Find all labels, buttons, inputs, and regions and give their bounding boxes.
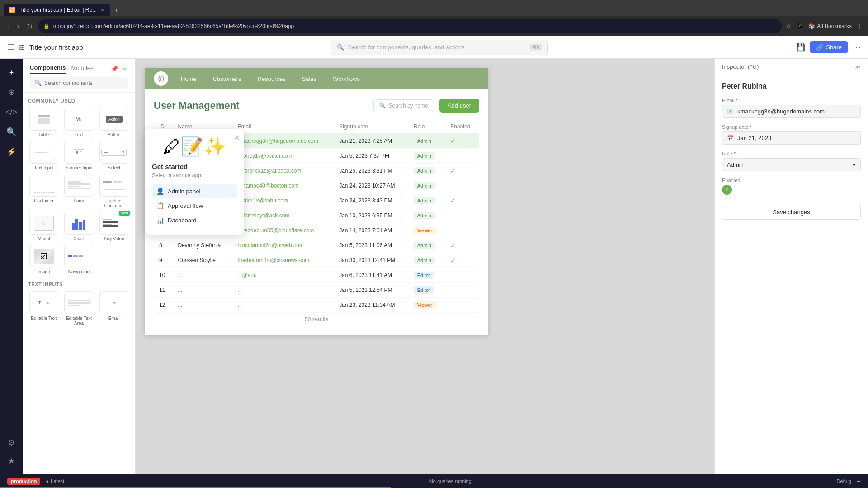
share-icon: 🔗 xyxy=(816,44,823,51)
popup-option-dashboard[interactable]: 📊 Dashboard xyxy=(152,213,237,227)
table-row[interactable]: 12 ... ... Jan 23, 2023 11:34 AM Viewer xyxy=(154,298,479,313)
forward-button[interactable]: › xyxy=(15,20,21,32)
component-item-email[interactable]: ✉ Email xyxy=(98,291,130,326)
component-item-key-value[interactable]: New Key Value xyxy=(98,212,130,241)
table-footer: 50 results xyxy=(154,313,479,326)
email-field-icon: 📧 xyxy=(727,108,734,115)
component-item-navigation[interactable]: Navigation xyxy=(63,245,95,274)
sidebar-icon-add[interactable]: ⊕ xyxy=(2,83,20,101)
cell-email: mflarnsleyt@ask.com xyxy=(232,208,334,223)
cell-enabled xyxy=(445,178,479,193)
history-icon[interactable]: ↩ xyxy=(857,479,861,484)
inspector-enabled-label: Enabled xyxy=(722,178,861,183)
cell-enabled xyxy=(445,208,479,223)
inspector-role-select[interactable]: Admin ▾ xyxy=(722,158,861,171)
bookmark-icon[interactable]: ☆ xyxy=(786,23,792,30)
sidebar-icon-star[interactable]: ★ xyxy=(2,452,20,470)
active-tab[interactable]: 🔁 Title your first app | Editor | Re... … xyxy=(4,4,110,16)
component-search-container: 🔍 xyxy=(30,77,128,89)
refresh-button[interactable]: ↻ xyxy=(25,20,34,33)
save-icon[interactable]: 💾 xyxy=(796,43,805,52)
browser-menu-button[interactable]: ⋮ xyxy=(856,23,863,30)
inspector-enabled-toggle[interactable]: ✓ xyxy=(722,185,732,195)
component-label-editable-text-area: Editable Text Area xyxy=(63,316,95,326)
nav-resources[interactable]: Resources xyxy=(254,74,289,84)
cell-id: 8 xyxy=(154,238,173,253)
cell-signup: Jan 5, 2023 12:54 PM xyxy=(334,283,408,298)
nav-home[interactable]: Home xyxy=(177,74,200,84)
component-item-tabbed[interactable]: Tabbed Container xyxy=(98,174,130,208)
table-row[interactable]: 8 Devanny Stefania nmcdiarmid6n@prweb.co… xyxy=(154,238,479,253)
component-item-editable-text-area[interactable]: Editable Text Area xyxy=(63,291,95,326)
share-button[interactable]: 🔗 Share xyxy=(810,41,848,53)
component-box-key-value: New xyxy=(99,212,128,235)
top-bar-center: 🔍 Search for components, queries, and ac… xyxy=(89,40,791,55)
table-row[interactable]: 9 Corssen Sibylle troebottom8m@cbsnews.c… xyxy=(154,253,479,268)
cell-name: Corssen Sibylle xyxy=(173,253,232,268)
component-box-editable-text-area xyxy=(64,291,93,314)
global-search-bar[interactable]: 🔍 Search for components, queries, and ac… xyxy=(331,40,548,55)
sidebar-icon-lightning[interactable]: ⚡ xyxy=(2,143,20,161)
component-item-modal[interactable]: □ Modal xyxy=(28,212,60,241)
layout-icon[interactable]: ⊞ xyxy=(19,43,25,52)
hamburger-icon[interactable]: ☰ xyxy=(7,42,14,52)
sidebar-icon-search[interactable]: 🔍 xyxy=(2,123,20,141)
popup-option-approval[interactable]: 📋 Approval flow xyxy=(152,198,237,213)
component-item-text[interactable]: M↓ Text xyxy=(63,108,95,137)
pin-icon[interactable]: 📌 xyxy=(111,66,118,72)
cell-signup: Jan 5, 2023 7:37 PM xyxy=(334,149,408,164)
add-user-button[interactable]: Add user xyxy=(439,99,479,113)
bottom-bar: production ● Latest No queries running D… xyxy=(0,474,868,488)
component-search-input[interactable] xyxy=(44,80,123,86)
component-item-select[interactable]: —▾ Select xyxy=(98,141,130,170)
nav-workflows[interactable]: Workflows xyxy=(329,74,363,84)
production-badge[interactable]: production xyxy=(7,478,40,485)
debug-button[interactable]: Debug xyxy=(837,479,851,484)
component-box-text: M↓ xyxy=(64,108,93,131)
component-item-text-input[interactable]: Text Input xyxy=(28,141,60,170)
component-item-number-input[interactable]: # ÷ Number Input xyxy=(63,141,95,170)
popup-option-admin[interactable]: 👤 Admin panel xyxy=(152,184,237,198)
sidebar-icon-grid[interactable]: ⊞ xyxy=(2,63,20,81)
email-icon: ✉ xyxy=(113,301,116,305)
table-row[interactable]: 10 ... ...@edu Jan 6, 2023 11:41 AM Edit… xyxy=(154,268,479,283)
more-options-button[interactable]: ⋯ xyxy=(853,42,861,52)
panel-content: Commonly used Table xyxy=(23,93,135,474)
component-item-chart[interactable]: Chart xyxy=(63,212,95,241)
latest-badge: ● Latest xyxy=(46,479,64,484)
inspector-collapse-icon[interactable]: ≫ xyxy=(855,64,861,70)
cell-enabled: ✓ xyxy=(445,253,479,268)
cell-role: Admin xyxy=(408,134,445,149)
back-button[interactable]: ‹ xyxy=(5,20,11,32)
tab-close-button[interactable]: ✕ xyxy=(100,7,104,13)
all-bookmarks[interactable]: 📚 All Bookmarks xyxy=(808,23,852,30)
sidebar-icon-code[interactable]: </> xyxy=(2,103,20,121)
popup-close-button[interactable]: ✕ xyxy=(234,133,240,142)
save-changes-button[interactable]: Save changes xyxy=(722,205,861,220)
cell-signup: Jan 14, 2023 7:01 AM xyxy=(334,223,408,238)
component-item-editable-text[interactable]: T—✎ Editable Text xyxy=(28,291,60,326)
cell-enabled xyxy=(445,298,479,313)
component-item-container[interactable]: Container xyxy=(28,174,60,208)
search-by-name-input[interactable]: 🔍 Search by name xyxy=(373,99,434,112)
table-icon xyxy=(38,115,50,124)
tab-components[interactable]: Components xyxy=(30,64,66,74)
component-item-table[interactable]: Table xyxy=(28,108,60,137)
cast-icon[interactable]: 📱 xyxy=(796,23,804,30)
new-tab-button[interactable]: + xyxy=(111,5,122,16)
sidebar-icon-settings[interactable]: ⚙ xyxy=(2,434,20,452)
query-status-text: No queries running xyxy=(429,479,472,484)
inspector-controls: ≫ xyxy=(855,64,861,70)
component-box-chart xyxy=(64,212,93,235)
tab-modules[interactable]: Modules xyxy=(71,65,93,73)
collapse-icon[interactable]: ≪ xyxy=(122,66,128,72)
nav-sales[interactable]: Sales xyxy=(298,74,321,84)
address-bar[interactable]: 🔒 moodjoy1.retool.com/editor/ac6874f4-ae… xyxy=(38,19,783,33)
table-row[interactable]: 11 ... ... Jan 5, 2023 12:54 PM Editor xyxy=(154,283,479,298)
component-item-form[interactable]: Form xyxy=(63,174,95,208)
component-item-button[interactable]: Action Button xyxy=(98,108,130,137)
component-item-image[interactable]: 🖼 Image xyxy=(28,245,60,274)
commonly-used-title: Commonly used xyxy=(28,98,130,103)
cell-role: Admin xyxy=(408,208,445,223)
nav-customers[interactable]: Customers xyxy=(209,74,245,84)
